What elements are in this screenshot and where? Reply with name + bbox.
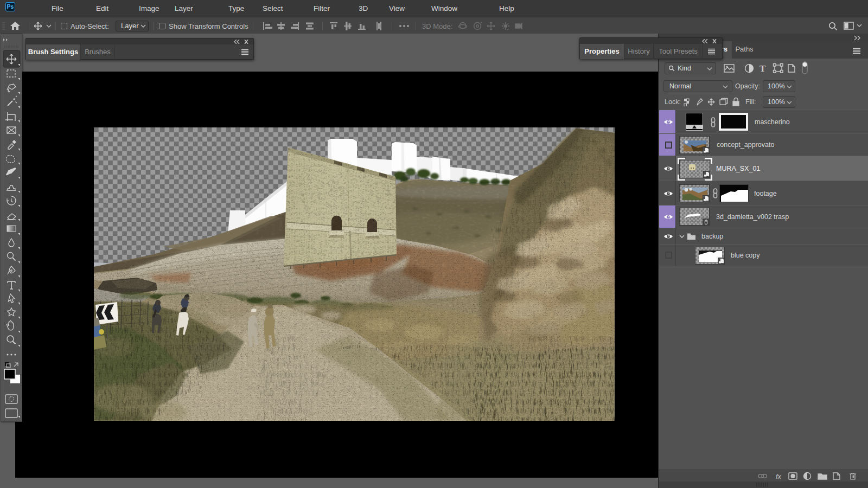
svg-text:T: T: [760, 63, 766, 74]
svg-text:fx: fx: [776, 472, 782, 480]
